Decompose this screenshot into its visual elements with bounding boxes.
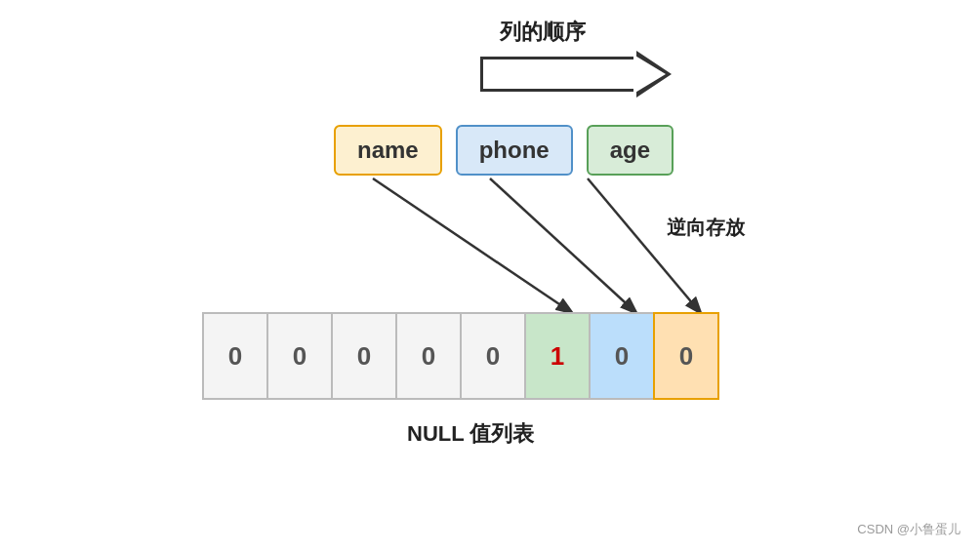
cells-row: 0 0 0 0 0 1 0 0 bbox=[202, 312, 717, 400]
cell-0: 0 bbox=[202, 312, 268, 400]
null-label: NULL 值列表 bbox=[407, 419, 534, 449]
svg-line-1 bbox=[490, 178, 635, 312]
arrow-head-inner bbox=[633, 55, 666, 94]
arrow-container bbox=[480, 51, 672, 98]
cell-5-green: 1 bbox=[524, 312, 591, 400]
svg-line-2 bbox=[588, 178, 700, 312]
watermark: CSDN @小鲁蛋儿 bbox=[857, 521, 960, 538]
reverse-label: 逆向存放 bbox=[667, 215, 745, 241]
cell-7-orange: 0 bbox=[653, 312, 719, 400]
arrow-body bbox=[480, 57, 636, 92]
col-order-label: 列的顺序 bbox=[500, 18, 586, 47]
main-container: 列的顺序 name phone age 逆向存放 0 0 0 bbox=[0, 0, 980, 552]
col-box-age: age bbox=[587, 125, 674, 176]
cell-4: 0 bbox=[460, 312, 526, 400]
col-labels: name phone age bbox=[334, 125, 674, 176]
col-box-name: name bbox=[334, 125, 442, 176]
arrow bbox=[480, 51, 672, 98]
cell-6-blue: 0 bbox=[589, 312, 655, 400]
col-box-phone: phone bbox=[456, 125, 573, 176]
cell-1: 0 bbox=[266, 312, 333, 400]
cell-3: 0 bbox=[395, 312, 462, 400]
svg-line-0 bbox=[373, 178, 571, 312]
arrow-head bbox=[636, 51, 672, 98]
cell-2: 0 bbox=[331, 312, 397, 400]
